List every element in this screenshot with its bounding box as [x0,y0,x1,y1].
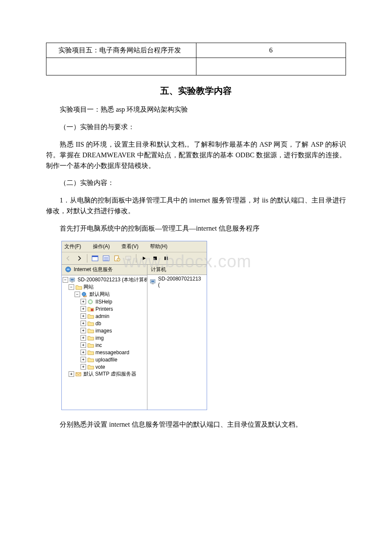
collapse-icon[interactable]: − [63,277,68,283]
expand-icon[interactable]: + [81,321,86,326]
node-label: 默认网站 [89,291,110,298]
service-icon [65,266,72,272]
header-text: Internet 信息服务 [74,266,113,273]
tree-node-sites[interactable]: − 网站 [63,283,146,291]
node-label: uploadfile [95,357,117,363]
folder-icon [87,364,94,370]
tree-pane: Internet 信息服务 − SD-200807021213 (本地计算机 − [62,265,147,410]
printer-folder-icon [87,306,94,312]
svg-rect-25 [152,283,154,284]
svg-rect-12 [164,257,166,260]
svg-point-20 [89,301,91,303]
stop-button[interactable] [150,254,160,263]
expand-icon[interactable]: + [81,335,86,341]
folder-icon [87,349,94,356]
folder-icon [75,284,82,291]
svg-rect-9 [126,256,131,260]
paragraph: （二）实验内容： [46,178,346,188]
expand-icon[interactable]: + [81,357,86,362]
svg-rect-17 [71,282,73,283]
left-column-header: Internet 信息服务 [62,265,147,276]
svg-rect-24 [151,280,154,282]
tree-node-default-site[interactable]: − 默认网站 [63,291,146,298]
expand-icon[interactable]: + [81,342,86,348]
svg-rect-11 [153,257,157,260]
collapse-icon[interactable]: − [69,284,74,290]
experiment-table: 实验项目五：电子商务网站后台程序开发 6 [46,43,346,75]
menu-help[interactable]: 帮助(H) [150,243,173,249]
gear-folder-icon [87,298,94,305]
tree-node-printers[interactable]: + Printers [63,305,146,312]
expand-icon[interactable]: + [81,313,86,319]
expand-icon[interactable]: + [81,306,86,312]
tree-node-img[interactable]: + img [63,334,146,341]
tree-node-db[interactable]: + db [63,320,146,327]
node-label: images [95,328,112,334]
toolbar-button[interactable]: ? [112,254,122,263]
table-cell-left: 实验项目五：电子商务网站后台程序开发 [46,43,196,58]
folder-icon [87,342,94,349]
tree-node-messageboard[interactable]: + messageboard [63,349,146,356]
node-label: vote [95,364,105,370]
tree-node-images[interactable]: + images [63,327,146,334]
tree-node-smtp[interactable]: + 默认 SMTP 虚拟服务器 [63,370,146,378]
list-item[interactable]: SD-200807021213 ( [147,275,207,289]
node-label: 默认 SMTP 虚拟服务器 [84,370,136,378]
table-cell-empty [46,58,196,75]
list-icon [103,255,110,262]
play-icon [141,256,147,261]
tree-view[interactable]: − SD-200807021213 (本地计算机 − 网站 [62,275,147,379]
svg-point-21 [91,309,93,311]
expand-icon[interactable]: + [81,299,86,304]
computer-icon [69,277,76,283]
play-button[interactable] [139,254,149,263]
node-label: 网站 [84,283,94,291]
stop-icon [153,256,158,261]
menu-action[interactable]: 操作(A) [93,243,115,249]
expand-icon[interactable]: + [81,364,86,370]
toolbar-button[interactable] [101,254,111,263]
list-pane: 计算机 SD-200807021213 ( [147,265,207,410]
tree-node-uploadfile[interactable]: + uploadfile [63,356,146,363]
table-cell-empty [196,58,346,75]
svg-rect-1 [92,256,98,257]
folder-icon [87,335,94,341]
toolbar: ? [62,252,207,265]
folder-icon [87,313,94,320]
list-item-label: SD-200807021213 ( [158,276,204,288]
collapse-icon[interactable]: − [75,292,80,297]
expand-icon[interactable]: + [69,371,74,377]
paragraph: （一）实验目的与要求： [46,122,346,133]
node-label: Printers [95,306,113,312]
node-label: SD-200807021213 (本地计算机 [78,276,147,283]
tree-node-vote[interactable]: + vote [63,363,146,370]
menu-file[interactable]: 文件(F) [64,243,86,249]
svg-rect-10 [127,260,130,261]
tree-node-iishelp[interactable]: + IISHelp [63,298,146,305]
expand-icon[interactable]: + [81,350,86,355]
globe-hand-icon [81,291,88,298]
menu-view[interactable]: 查看(V) [121,243,144,249]
paragraph: 分别熟悉并设置 internet 信息服务管理器中的默认端口、主目录位置及默认文… [46,419,346,430]
cell-text: 实验项目五：电子商务网站后台程序开发 [58,46,181,54]
forward-button[interactable] [75,254,84,263]
svg-rect-13 [167,257,168,260]
toolbar-separator [136,254,136,263]
paragraph: 熟悉 IIS 的环境，设置主目录和默认文档,。了解和制作最基本的 ASP 网页，… [46,139,346,171]
paragraph: 首先打开电脑系统中的控制面板—管理工具—internet 信息服务程序 [46,223,346,234]
panel-icon [92,255,98,262]
toolbar-button[interactable] [90,254,100,263]
toolbar-button[interactable] [124,254,133,263]
pause-button[interactable] [161,254,171,263]
toolbar-separator [87,254,87,263]
section-heading: 五、实验教学内容 [46,85,346,97]
computer-icon [150,278,157,285]
expand-icon[interactable]: + [81,328,86,333]
tree-node-computer[interactable]: − SD-200807021213 (本地计算机 [63,276,146,283]
paragraph: 1．从电脑的控制面板中选择管理工具中的 internet 服务管理器，对 iis… [46,195,346,217]
tree-node-inc[interactable]: + inc [63,341,146,349]
back-button[interactable] [63,254,73,263]
folder-icon [87,327,94,334]
svg-rect-16 [71,279,74,280]
tree-node-admin[interactable]: + admin [63,312,146,320]
